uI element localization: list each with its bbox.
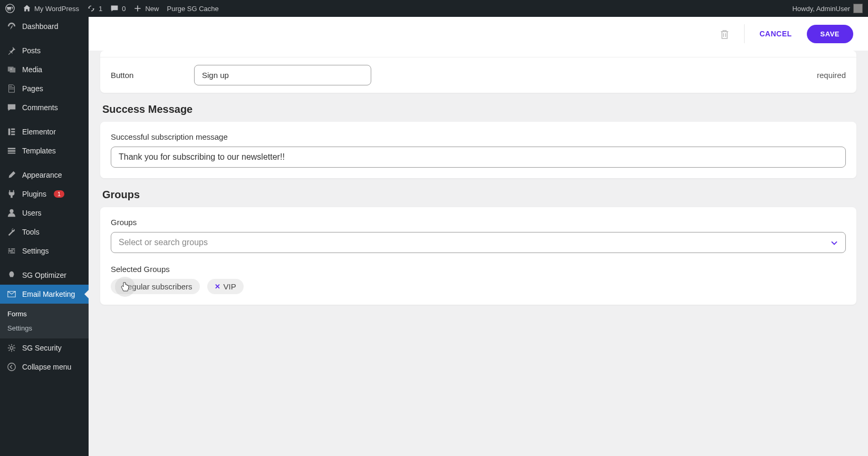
selected-groups-label: Selected Groups <box>111 265 846 274</box>
sidebar-item-email-marketing[interactable]: Email Marketing <box>0 285 89 304</box>
main-content: CANCEL SAVE Button required Success Mess… <box>89 17 868 456</box>
pointer-cursor-icon <box>120 280 130 292</box>
svg-point-7 <box>10 346 13 349</box>
wrench-icon <box>6 227 17 237</box>
cursor-hint <box>115 277 135 297</box>
rocket-icon <box>6 270 17 280</box>
sidebar-item-sg-security[interactable]: SG Security <box>0 338 89 357</box>
svg-point-8 <box>8 363 15 371</box>
form-editor: Button required Success Message Successf… <box>89 51 868 456</box>
plug-icon <box>6 189 17 199</box>
submenu-forms[interactable]: Forms <box>0 307 89 321</box>
cancel-button[interactable]: CANCEL <box>759 30 792 38</box>
admin-bar-right: Howdy, AdminUser <box>792 4 863 13</box>
required-indicator: required <box>817 71 846 80</box>
chip-remove-icon[interactable]: ✕ <box>215 283 220 290</box>
sidebar-label: Dashboard <box>22 22 59 31</box>
sidebar-item-media[interactable]: Media <box>0 60 89 79</box>
toolbar-divider <box>744 24 745 43</box>
user-icon <box>6 208 17 218</box>
sidebar-label: Users <box>22 209 42 217</box>
refresh-icon <box>87 4 95 13</box>
wordpress-logo[interactable] <box>5 4 15 13</box>
updates-link[interactable]: 1 <box>87 4 102 13</box>
chip-label: egular subscribers <box>128 282 192 291</box>
chip-label: VIP <box>224 282 236 291</box>
email-marketing-submenu: Forms Settings <box>0 304 89 338</box>
sidebar-label: Settings <box>22 247 49 255</box>
chip-regular-subscribers[interactable]: egular subscribers <box>111 279 200 294</box>
templates-icon <box>6 145 17 156</box>
sidebar-item-tools[interactable]: Tools <box>0 222 89 241</box>
envelope-icon <box>6 289 17 299</box>
admin-sidebar: Dashboard Posts Media Pages Comments Ele… <box>0 17 89 456</box>
site-name: My WordPress <box>34 5 79 13</box>
sidebar-item-plugins[interactable]: Plugins 1 <box>0 185 89 203</box>
comment-icon <box>110 4 119 13</box>
groups-label: Groups <box>111 218 846 227</box>
howdy-user[interactable]: Howdy, AdminUser <box>792 4 863 13</box>
chevron-down-icon <box>830 238 838 247</box>
comments-link[interactable]: 0 <box>110 4 126 13</box>
success-message-input[interactable] <box>111 147 846 168</box>
sidebar-label: Comments <box>22 103 58 112</box>
sidebar-item-templates[interactable]: Templates <box>0 141 89 160</box>
form-toolbar: CANCEL SAVE <box>89 17 868 51</box>
sidebar-label: Plugins <box>22 190 46 198</box>
sidebar-item-settings[interactable]: Settings <box>0 241 89 260</box>
sidebar-label: Email Marketing <box>22 290 75 298</box>
delete-button[interactable] <box>720 28 729 39</box>
success-heading: Success Message <box>102 103 856 115</box>
new-label: New <box>145 5 159 13</box>
plus-icon <box>133 4 142 13</box>
purge-label: Purge SG Cache <box>167 5 218 13</box>
svg-rect-5 <box>11 134 15 135</box>
svg-rect-4 <box>11 131 15 133</box>
sidebar-item-sg-optimizer[interactable]: SG Optimizer <box>0 266 89 285</box>
home-icon <box>23 4 31 13</box>
collapse-icon <box>6 362 17 372</box>
media-icon <box>6 64 17 75</box>
save-button[interactable]: SAVE <box>807 25 853 43</box>
submenu-settings[interactable]: Settings <box>0 321 89 335</box>
sidebar-item-comments[interactable]: Comments <box>0 98 89 117</box>
sidebar-label: Elementor <box>22 128 56 136</box>
comments-count: 0 <box>122 5 126 13</box>
dashboard-icon <box>6 21 17 32</box>
howdy-text: Howdy, AdminUser <box>792 5 850 13</box>
sliders-icon <box>6 246 17 256</box>
sidebar-item-pages[interactable]: Pages <box>0 79 89 98</box>
purge-cache[interactable]: Purge SG Cache <box>167 5 218 13</box>
sidebar-item-collapse[interactable]: Collapse menu <box>0 357 89 376</box>
chip-vip[interactable]: ✕ VIP <box>207 279 244 294</box>
trash-icon <box>720 29 729 40</box>
sidebar-label: Templates <box>22 147 56 155</box>
sidebar-label: Collapse menu <box>22 363 71 371</box>
admin-bar: My WordPress 1 0 New Purge SG Cache Howd… <box>0 0 868 17</box>
new-link[interactable]: New <box>133 4 159 13</box>
sidebar-label: SG Optimizer <box>22 271 66 279</box>
groups-select[interactable]: Select or search groups <box>111 232 846 253</box>
updates-count: 1 <box>99 5 102 13</box>
button-text-input[interactable] <box>194 65 371 85</box>
button-field-card: Button required <box>100 51 856 93</box>
sidebar-item-appearance[interactable]: Appearance <box>0 166 89 185</box>
svg-point-6 <box>9 209 13 213</box>
svg-point-1 <box>10 68 12 70</box>
svg-rect-3 <box>11 129 15 130</box>
sidebar-label: SG Security <box>22 344 62 352</box>
site-link[interactable]: My WordPress <box>23 4 79 13</box>
success-message-label: Successful subscription message <box>111 132 846 141</box>
sidebar-item-dashboard[interactable]: Dashboard <box>0 17 89 36</box>
plugins-badge: 1 <box>54 190 64 198</box>
groups-heading: Groups <box>102 189 856 201</box>
sidebar-label: Media <box>22 65 42 74</box>
sidebar-item-elementor[interactable]: Elementor <box>0 122 89 141</box>
sidebar-label: Appearance <box>22 171 62 179</box>
gear-icon <box>6 343 17 353</box>
brush-icon <box>6 170 17 180</box>
sidebar-item-users[interactable]: Users <box>0 203 89 222</box>
selected-groups-chips: egular subscribers ✕ VIP <box>111 279 846 294</box>
sidebar-item-posts[interactable]: Posts <box>0 41 89 60</box>
admin-bar-left: My WordPress 1 0 New Purge SG Cache <box>5 4 219 13</box>
